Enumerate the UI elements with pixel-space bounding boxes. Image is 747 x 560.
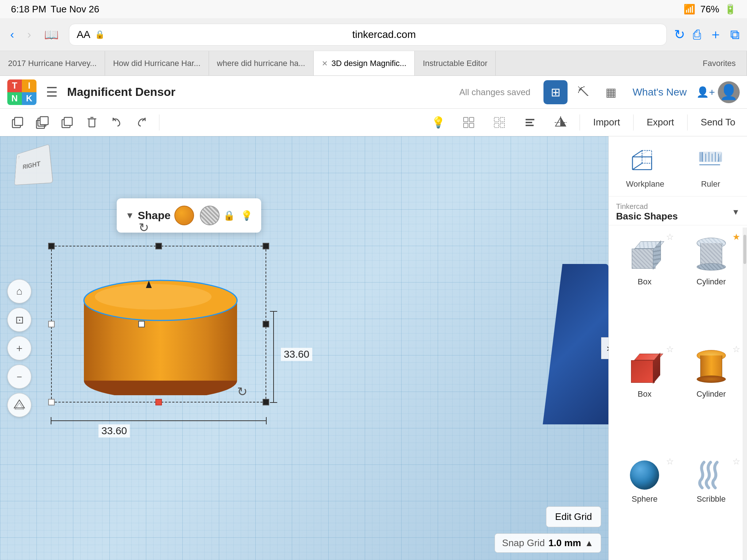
panel-scrollbar[interactable]: [743, 228, 747, 560]
shape-item-cyl-orange[interactable]: ☆ Cylinder: [681, 343, 742, 450]
grid-view-button[interactable]: ⊞: [543, 80, 568, 104]
sphere-preview: [628, 459, 661, 491]
build-view-button[interactable]: ⛏: [571, 80, 595, 104]
solid-color-picker[interactable]: [174, 206, 194, 225]
svg-rect-12: [464, 123, 468, 128]
delete-button[interactable]: [80, 111, 104, 134]
tabs-button[interactable]: ⧉: [730, 27, 740, 42]
snap-grid-label: Snap Grid: [502, 537, 545, 549]
whats-new-button[interactable]: What's New: [627, 86, 693, 98]
handle-rm[interactable]: [263, 321, 269, 327]
svg-rect-11: [469, 117, 474, 122]
tab-hurricane1[interactable]: 2017 Hurricane Harvey...: [0, 51, 105, 75]
font-size-btn[interactable]: AA: [77, 29, 90, 40]
tab-close-icon[interactable]: ✕: [322, 59, 328, 68]
shape-item-scribble[interactable]: ☆ Scribble: [681, 455, 742, 555]
align-button[interactable]: [518, 111, 542, 134]
copy-flat-button[interactable]: [6, 111, 29, 134]
workplane-label: Workplane: [626, 179, 664, 189]
tab-3ddesign[interactable]: ✕ 3D design Magnific...: [314, 51, 415, 75]
copy-button[interactable]: [31, 111, 54, 134]
box-red-preview: [623, 346, 666, 386]
scroll-thumb[interactable]: [743, 235, 746, 264]
svg-line-37: [632, 151, 642, 157]
layers-view-button[interactable]: ▦: [599, 80, 623, 104]
lock-icon[interactable]: 🔒: [223, 210, 235, 221]
reload-button[interactable]: ↻: [674, 27, 685, 42]
tinkercad-logo[interactable]: T I N K: [7, 79, 36, 105]
user-avatar[interactable]: 👤: [718, 81, 740, 103]
edit-grid-button[interactable]: Edit Grid: [546, 506, 601, 527]
new-tab-button[interactable]: ＋: [709, 26, 722, 43]
flip-button[interactable]: [549, 111, 572, 134]
forward-button[interactable]: ›: [24, 25, 34, 44]
address-bar[interactable]: AA 🔒 tinkercad.com: [69, 24, 667, 46]
shape-item-sphere[interactable]: ☆ Sphere: [614, 455, 676, 555]
share-button[interactable]: ⎙: [693, 27, 701, 42]
battery-display: 76%: [700, 4, 719, 15]
import-button[interactable]: Import: [587, 114, 626, 131]
handle-tm[interactable]: [155, 243, 162, 249]
panel-expand-arrow[interactable]: ›: [601, 337, 608, 359]
add-user-icon[interactable]: 👤+: [696, 86, 715, 98]
sphere-star[interactable]: ☆: [666, 456, 674, 467]
svg-rect-13: [469, 123, 474, 128]
redo-button[interactable]: [130, 111, 153, 134]
shape-item-cyl-gray[interactable]: ★ Cylinder: [681, 230, 742, 338]
tab-hurricane3[interactable]: where did hurricane ha...: [209, 51, 314, 75]
rotate-br-handle[interactable]: ↻: [237, 384, 247, 399]
handle-bl[interactable]: [48, 399, 55, 405]
3d-cylinder-object[interactable]: [73, 264, 255, 397]
cyl-gray-label: Cylinder: [696, 277, 726, 287]
group-button[interactable]: [457, 111, 480, 134]
cyl-orange-preview: [689, 346, 733, 386]
panel-top-tools: Workplane: [609, 136, 747, 197]
undo-button[interactable]: [105, 111, 128, 134]
svg-marker-21: [556, 117, 561, 126]
box-red-star[interactable]: ☆: [666, 344, 674, 354]
handle-tr[interactable]: [263, 243, 269, 249]
logo-i: I: [22, 79, 36, 92]
ungroup-button[interactable]: [488, 111, 511, 134]
handle-lm[interactable]: [48, 321, 55, 327]
bookmarks-button[interactable]: 📖: [41, 25, 62, 44]
cyl-gray-star[interactable]: ★: [732, 232, 740, 242]
panel-section-header: Tinkercad Basic Shapes ▼: [609, 197, 747, 225]
tab-hurricane2[interactable]: How did Hurricane Har...: [105, 51, 209, 75]
toolbar-separator-3: [633, 114, 634, 131]
bulb-icon[interactable]: 💡: [241, 210, 252, 221]
panel-collapse-arrow[interactable]: ▼: [125, 210, 134, 221]
workplane-tool[interactable]: Workplane: [616, 144, 674, 189]
hole-color-picker[interactable]: [200, 206, 220, 225]
panel-dropdown-arrow[interactable]: ▼: [732, 207, 740, 217]
ruler-tool[interactable]: Ruler: [682, 144, 740, 189]
duplicate-button[interactable]: [55, 111, 79, 134]
date-display: Tue Nov 26: [51, 4, 99, 15]
blue-shape: [543, 264, 608, 424]
handle-br[interactable]: [263, 399, 269, 405]
shape-colors: [174, 206, 220, 225]
scribble-star[interactable]: ☆: [732, 456, 740, 467]
shape-item-box-gray[interactable]: ☆ Box: [614, 230, 676, 338]
browser-bar: ‹ › 📖 AA 🔒 tinkercad.com ↻ ⎙ ＋ ⧉: [0, 18, 747, 51]
box-gray-star[interactable]: ☆: [666, 232, 674, 242]
svg-rect-1: [15, 117, 23, 125]
handle-tl[interactable]: [48, 243, 55, 249]
shape-item-box-red[interactable]: ☆ Box: [614, 343, 676, 450]
svg-rect-18: [526, 119, 534, 120]
svg-rect-16: [494, 123, 499, 128]
svg-marker-22: [561, 117, 566, 126]
canvas-area[interactable]: RIGHT ↑ ⌂ ⊡ ＋ － ▼ Shape: [0, 136, 608, 560]
cyl-orange-star[interactable]: ☆: [732, 344, 740, 354]
project-name[interactable]: Magnificent Densor: [67, 85, 453, 99]
sendto-button[interactable]: Send To: [695, 114, 741, 131]
tab-favorites[interactable]: Favorites: [692, 51, 747, 75]
snap-grid-stepper[interactable]: ▲: [585, 538, 593, 548]
export-button[interactable]: Export: [641, 114, 680, 131]
menu-icon[interactable]: ☰: [46, 85, 58, 100]
rotate-top-handle[interactable]: ↻: [139, 220, 149, 235]
back-button[interactable]: ‹: [7, 25, 17, 44]
tab-instructable[interactable]: Instructable Editor: [415, 51, 496, 75]
handle-bm[interactable]: [155, 399, 162, 405]
light-button[interactable]: 💡: [426, 111, 450, 134]
